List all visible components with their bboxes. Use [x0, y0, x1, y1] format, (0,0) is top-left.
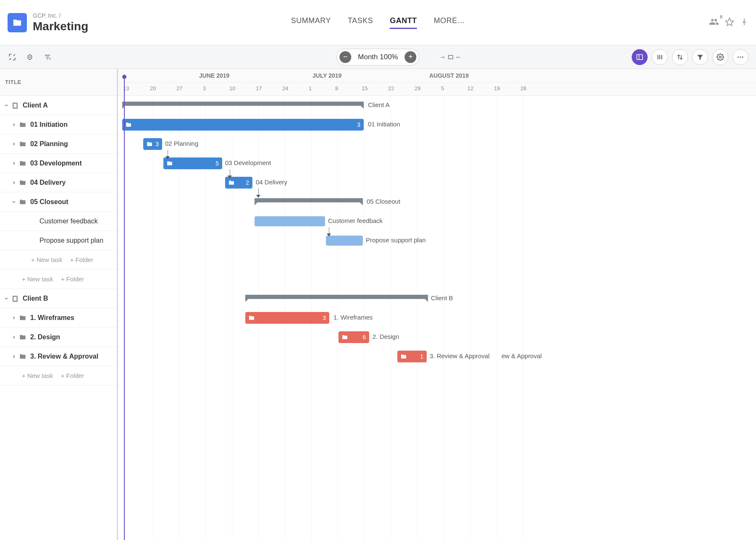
collapse-icon[interactable] — [25, 52, 34, 62]
filter-dropdown-icon[interactable] — [43, 52, 52, 62]
svg-point-8 — [740, 56, 741, 58]
folder-icon — [18, 121, 27, 129]
tree-item-label: 01 Initiation — [30, 121, 68, 128]
new-folder-link[interactable]: + Folder — [70, 256, 93, 263]
day-label: 27 — [176, 85, 182, 92]
dependency-arrow-icon — [165, 156, 170, 159]
add-row: + New task+ Folder — [0, 366, 117, 385]
svg-point-7 — [738, 56, 739, 58]
gantt-folder-bar[interactable]: 3 — [245, 312, 329, 324]
tab-tasks[interactable]: TASKS — [348, 16, 373, 29]
gantt-summary-bar[interactable] — [122, 102, 364, 106]
folder-count: 1 — [420, 353, 423, 360]
day-label: 8 — [335, 85, 338, 92]
tree-folder[interactable]: 02 Planning — [0, 134, 117, 154]
folder-count: 3 — [155, 141, 159, 147]
new-task-link[interactable]: + New task — [31, 256, 63, 263]
chevron-right-icon[interactable] — [10, 140, 18, 148]
fit-to-screen-button[interactable]: →← — [439, 53, 462, 61]
chevron-right-icon[interactable] — [10, 121, 18, 128]
chevron-down-icon[interactable] — [3, 102, 10, 109]
new-task-link[interactable]: + New task — [22, 275, 53, 283]
pin-icon[interactable] — [740, 18, 748, 28]
columns-button[interactable] — [652, 49, 668, 65]
gantt-bar-label: 05 Closeout — [367, 198, 400, 205]
share-people-icon[interactable]: 8 — [709, 17, 719, 29]
svg-point-9 — [742, 56, 743, 58]
gantt-summary-bar[interactable] — [245, 295, 428, 299]
chevron-right-icon[interactable] — [10, 353, 18, 360]
folder-icon — [18, 198, 27, 206]
tab-summary[interactable]: SUMMARY — [291, 16, 331, 29]
gantt-folder-bar[interactable]: 1 — [397, 351, 427, 362]
tab-more[interactable]: MORE… — [434, 16, 465, 29]
tree-folder[interactable]: 03 Development — [0, 154, 117, 173]
task-tree[interactable]: Client A01 Initiation02 Planning03 Devel… — [0, 96, 117, 540]
tree-folder[interactable]: 2. Design — [0, 328, 117, 347]
tree-item-label: 02 Planning — [30, 140, 68, 148]
timeline-header: JUNE 2019JULY 2019AUGUST 2019 1320273101… — [118, 69, 756, 96]
tree-client[interactable]: Client B — [0, 289, 117, 308]
day-label: 5 — [441, 85, 444, 92]
settings-button[interactable] — [712, 49, 728, 65]
chevron-right-icon[interactable] — [10, 160, 18, 167]
add-row: + New task+ Folder — [0, 250, 117, 270]
chevron-down-icon[interactable] — [10, 198, 18, 206]
gantt-task-bar[interactable] — [326, 236, 363, 246]
tree-folder[interactable]: 04 Delivery — [0, 173, 117, 192]
day-label: 22 — [388, 85, 394, 92]
new-folder-link[interactable]: + Folder — [61, 275, 84, 283]
tree-task[interactable]: Customer feedback — [0, 212, 117, 231]
gantt-toolbar: − Month 100% + →← — [0, 45, 756, 69]
gantt-folder-bar[interactable]: 6 — [339, 331, 369, 343]
gantt-main: TITLE Client A01 Initiation02 Planning03… — [0, 69, 756, 540]
chevron-down-icon[interactable] — [3, 295, 10, 302]
gantt-summary-bar[interactable] — [255, 198, 363, 202]
tree-item-label: 3. Review & Approval — [30, 353, 98, 360]
gantt-task-bar[interactable] — [255, 216, 325, 226]
tree-item-label: Client A — [23, 102, 48, 109]
tree-folder[interactable]: 05 Closeout — [0, 192, 117, 212]
fullscreen-icon[interactable] — [8, 52, 17, 62]
project-meta: GCP, Inc. / Marketing — [33, 12, 88, 33]
chevron-right-icon[interactable] — [10, 333, 18, 341]
tree-task[interactable]: Propose support plan — [0, 231, 117, 250]
zoom-out-button[interactable]: − — [339, 51, 351, 63]
tree-folder[interactable]: 3. Review & Approval — [0, 347, 117, 366]
tree-item-label: 05 Closeout — [30, 198, 68, 206]
new-folder-link[interactable]: + Folder — [61, 372, 84, 379]
zoom-label[interactable]: Month 100% — [356, 53, 399, 61]
chevron-right-icon[interactable] — [10, 179, 18, 186]
day-label: 17 — [256, 85, 262, 92]
zoom-in-button[interactable]: + — [405, 51, 417, 63]
chevron-right-icon[interactable] — [10, 314, 18, 322]
filter-button[interactable] — [692, 49, 708, 65]
more-button[interactable] — [732, 49, 748, 65]
tab-gantt[interactable]: GANTT — [390, 16, 417, 29]
folder-count: 3 — [357, 121, 360, 128]
tree-folder[interactable]: 1. Wireframes — [0, 308, 117, 328]
tree-client[interactable]: Client A — [0, 96, 117, 115]
sort-button[interactable] — [672, 49, 688, 65]
folder-icon — [147, 141, 152, 147]
day-label: 15 — [362, 85, 368, 92]
gantt-chart[interactable]: JUNE 2019JULY 2019AUGUST 2019 1320273101… — [118, 69, 756, 540]
project-icon — [11, 294, 19, 303]
folder-icon — [18, 178, 27, 187]
tree-folder[interactable]: 01 Initiation — [0, 115, 117, 134]
split-view-button[interactable] — [632, 49, 648, 65]
gantt-folder-bar[interactable]: 3 — [122, 119, 364, 131]
gantt-folder-bar[interactable]: 2 — [225, 177, 252, 189]
breadcrumb[interactable]: GCP, Inc. / — [33, 12, 88, 19]
gantt-bar-label: Propose support plan — [366, 236, 426, 244]
gantt-body[interactable]: Client A301 Initiation302 Planning503 De… — [118, 96, 756, 540]
day-label: 20 — [150, 85, 156, 92]
star-icon[interactable] — [725, 17, 734, 28]
new-task-link[interactable]: + New task — [22, 372, 53, 379]
gantt-bar-label: 02 Planning — [165, 140, 198, 147]
gantt-folder-bar[interactable]: 5 — [163, 157, 222, 169]
gantt-folder-bar[interactable]: 3 — [143, 138, 162, 150]
folder-icon — [228, 180, 234, 186]
svg-rect-0 — [449, 55, 453, 58]
folder-icon — [18, 159, 27, 168]
